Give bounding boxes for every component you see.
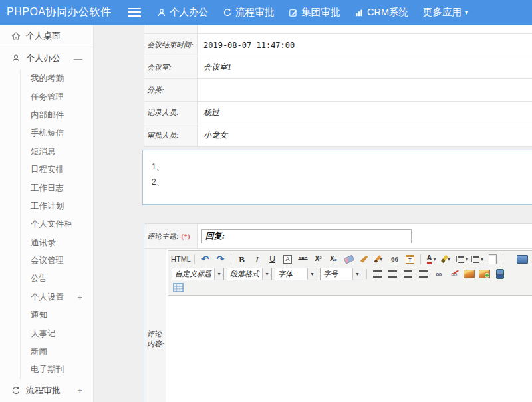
pen-button[interactable]: ▾ bbox=[372, 253, 386, 265]
select-label: 段落格式 bbox=[227, 269, 262, 279]
media-button[interactable] bbox=[493, 268, 507, 280]
row-value: 杨过 bbox=[198, 102, 532, 124]
sidebar-item-手机短信[interactable]: 手机短信 bbox=[0, 124, 93, 142]
doc-icon bbox=[489, 254, 497, 264]
chevron-down-icon: ▾ bbox=[352, 268, 362, 280]
nav-item-group-approval[interactable]: 集团审批 bbox=[289, 6, 340, 19]
fontcolor-button[interactable]: A▾ bbox=[424, 253, 438, 265]
content-line: 2、 bbox=[152, 175, 532, 190]
required-mark: (*) bbox=[182, 232, 190, 240]
sidebar-item-label: 公告 bbox=[31, 273, 47, 284]
italic-button[interactable]: I bbox=[250, 253, 264, 265]
eraser-icon bbox=[344, 256, 354, 262]
hamburger-menu-icon[interactable] bbox=[128, 8, 141, 17]
screen-icon bbox=[517, 255, 528, 264]
sidebar-item-个人桌面[interactable]: 个人桌面 bbox=[0, 25, 93, 47]
link-button[interactable]: ∞ bbox=[432, 268, 446, 280]
sidebar-item-通讯录[interactable]: 通讯录 bbox=[0, 234, 93, 252]
eraser-button[interactable] bbox=[342, 253, 356, 265]
image-button[interactable] bbox=[462, 268, 476, 280]
image-add-button[interactable] bbox=[477, 268, 491, 280]
nav-label: 流程审批 bbox=[235, 6, 274, 19]
font-family-select[interactable]: 字体▾ bbox=[275, 268, 317, 280]
list-ul-icon bbox=[471, 256, 479, 263]
sidebar-item-label: 个人设置 bbox=[31, 292, 64, 303]
sidebar-item-工作计划[interactable]: 工作计划 bbox=[0, 197, 93, 215]
row-value: 2019-08-07 11:47:00 bbox=[198, 34, 532, 56]
history-icon bbox=[223, 8, 232, 17]
sidebar-item-label: 通讯录 bbox=[31, 237, 56, 249]
sidebar-item-流程审批[interactable]: 流程审批+ bbox=[0, 379, 93, 402]
strike-button[interactable]: ABC bbox=[296, 253, 310, 265]
row-value bbox=[198, 79, 532, 101]
screen-button[interactable] bbox=[515, 253, 529, 265]
collapse-icon[interactable]: — bbox=[74, 54, 82, 64]
sidebar-item-电子期刊[interactable]: 电子期刊 bbox=[0, 361, 93, 379]
paragraph-format-select[interactable]: 段落格式▾ bbox=[227, 268, 272, 280]
unlink-button[interactable]: ∞ bbox=[447, 268, 461, 280]
sidebar-item-内部邮件[interactable]: 内部邮件 bbox=[0, 106, 93, 124]
paste-button[interactable] bbox=[403, 253, 417, 265]
row-label: 分类: bbox=[144, 79, 198, 101]
align-center-icon bbox=[388, 270, 397, 278]
nav-item-workflow-approval[interactable]: 流程审批 bbox=[223, 6, 274, 19]
list-ol-button[interactable]: ▾ bbox=[455, 253, 469, 265]
marker-button[interactable]: ▾ bbox=[440, 253, 454, 265]
sidebar-item-我的考勤[interactable]: 我的考勤 bbox=[0, 70, 93, 88]
nav-item-personal-office[interactable]: 个人办公 bbox=[157, 6, 208, 19]
broom-icon bbox=[360, 256, 368, 263]
align-center-button[interactable] bbox=[386, 268, 400, 280]
doc-button[interactable] bbox=[485, 253, 499, 265]
marker-icon bbox=[443, 255, 446, 263]
sidebar-item-个人设置[interactable]: 个人设置+ bbox=[0, 288, 93, 306]
align-right-button[interactable] bbox=[401, 268, 415, 280]
editor-content-area[interactable] bbox=[168, 296, 532, 402]
fontbox-button[interactable]: A bbox=[281, 253, 295, 265]
row-label: 会议结束时间: bbox=[144, 34, 198, 56]
sidebar-item-label: 个人文件柜 bbox=[31, 219, 72, 230]
toolbar-row-3 bbox=[170, 281, 530, 294]
sidebar-item-通知[interactable]: 通知 bbox=[0, 306, 93, 324]
redo-button[interactable]: ↷ bbox=[213, 253, 227, 265]
undo-button[interactable]: ↶ bbox=[198, 253, 212, 265]
expand-icon[interactable]: + bbox=[77, 292, 82, 302]
sup-button[interactable]: X² bbox=[311, 253, 325, 265]
font-size-select[interactable]: 字号▾ bbox=[320, 268, 362, 280]
comment-subject-row: 评论主题: (*) bbox=[144, 224, 532, 249]
sidebar-item-日程安排[interactable]: 日程安排 bbox=[0, 161, 93, 179]
comment-subject-input[interactable] bbox=[201, 229, 412, 243]
sidebar-item-个人办公[interactable]: 个人办公— bbox=[0, 47, 93, 70]
sidebar-item-新闻[interactable]: 新闻 bbox=[0, 343, 93, 361]
sidebar-item-任务管理[interactable]: 任务管理 bbox=[0, 88, 93, 106]
expand-icon[interactable]: + bbox=[77, 385, 82, 395]
sidebar-item-label: 新闻 bbox=[31, 346, 47, 357]
sidebar-item-个人文件柜[interactable]: 个人文件柜 bbox=[0, 215, 93, 233]
sub-button[interactable]: X₂ bbox=[327, 253, 340, 265]
nav-item-crm-system[interactable]: CRM系统 bbox=[354, 6, 408, 19]
sidebar-item-短消息[interactable]: 短消息 bbox=[0, 143, 93, 161]
broom-button[interactable] bbox=[357, 253, 371, 265]
row-label: 审批人员: bbox=[144, 124, 198, 146]
bold-button[interactable]: B bbox=[235, 253, 249, 265]
sidebar-item-label: 任务管理 bbox=[31, 92, 64, 103]
source-code-button[interactable]: HTML bbox=[171, 253, 191, 265]
align-justify-button[interactable] bbox=[416, 268, 430, 280]
custom-heading-select[interactable]: 自定义标题▾ bbox=[172, 268, 224, 280]
source-code-icon: HTML bbox=[171, 256, 191, 263]
sidebar-item-大事记[interactable]: 大事记 bbox=[0, 324, 93, 342]
sidebar-item-工作日志[interactable]: 工作日志 bbox=[0, 179, 93, 197]
app-title: PHPOA协同办公软件 bbox=[0, 5, 128, 19]
sidebar-item-公告[interactable]: 公告 bbox=[0, 270, 93, 288]
sidebar-item-会议管理[interactable]: 会议管理 bbox=[0, 252, 93, 270]
chevron-down-icon: ▾ bbox=[307, 268, 317, 280]
chevron-down-icon: ▾ bbox=[466, 256, 468, 262]
nav-item-more-apps[interactable]: 更多应用▾ bbox=[423, 6, 468, 19]
toolbar-row-1: HTML↶↷BIUAABCX²X₂▾66A▾▾▾▾ bbox=[170, 252, 530, 266]
select-label: 自定义标题 bbox=[172, 269, 214, 279]
quote-button[interactable]: 66 bbox=[388, 253, 402, 265]
table-row: 记录人员:杨过 bbox=[144, 102, 532, 124]
underline-button[interactable]: U bbox=[265, 253, 279, 265]
list-ul-button[interactable]: ▾ bbox=[470, 253, 484, 265]
table-button[interactable] bbox=[171, 282, 185, 294]
align-left-button[interactable] bbox=[370, 268, 384, 280]
